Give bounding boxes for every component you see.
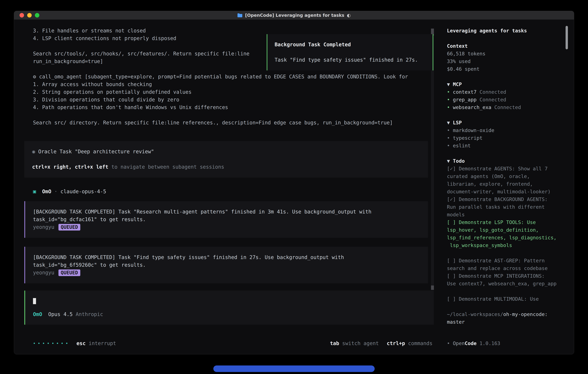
status-badge: QUEUED bbox=[58, 270, 80, 276]
bullet-icon: • bbox=[447, 104, 450, 110]
chevron-down-icon: ▼ bbox=[447, 158, 450, 164]
minimize-window-button[interactable] bbox=[27, 13, 32, 18]
log-line: 4. Path operations that don't handle Win… bbox=[24, 104, 441, 111]
message-author: yeongyu bbox=[33, 224, 54, 230]
message-text: [BACKGROUND TASK COMPLETED] Task "Resear… bbox=[33, 208, 420, 216]
tool-call-args: [subagent_type=explore, prompt=Find pote… bbox=[85, 74, 408, 80]
todo-item-active: [ ] Demonstrate LSP TOOLS: Use lsp_hover… bbox=[447, 218, 567, 249]
dock-indicator bbox=[213, 365, 375, 372]
window-title: [OpenCode] Leveraging agents for tasks bbox=[245, 13, 344, 18]
session-sidebar: Leveraging agents for tasks Context 66,5… bbox=[441, 20, 574, 354]
input-model-name: Opus 4.5 bbox=[48, 311, 73, 317]
todo-section-header[interactable]: ▼ Todo bbox=[447, 157, 567, 165]
todo-item: [✓] Demonstrate BACKGROUND AGENTS: Run p… bbox=[447, 196, 567, 218]
bullet-icon: • bbox=[447, 135, 450, 141]
bullet-icon: • bbox=[447, 127, 450, 133]
context-tokens: 66,518 tokens bbox=[447, 50, 567, 58]
message-meta: yeongyuQUEUED bbox=[33, 223, 420, 231]
message-author: yeongyu bbox=[33, 270, 54, 276]
record-icon: ◉ bbox=[32, 149, 35, 155]
status-badge: QUEUED bbox=[58, 224, 80, 230]
context-used: 33% used bbox=[447, 58, 567, 65]
folder-icon bbox=[237, 13, 242, 18]
toast-title: Background Task Completed bbox=[275, 41, 425, 48]
oracle-task-panel[interactable]: ◉ Oracle Task "Deep architecture review"… bbox=[24, 141, 428, 177]
todo-item: [ ] Demonstrate MCP INTEGRATIONS: Use co… bbox=[447, 272, 567, 288]
workspace-path: ~/local-workspaces/oh-my-opencode: maste… bbox=[447, 311, 567, 326]
message-meta: yeongyuQUEUED bbox=[33, 269, 420, 277]
context-header: Context bbox=[447, 42, 567, 50]
tool-call-name: call_omo_agent bbox=[39, 74, 82, 80]
main-scrollbar-thumb[interactable] bbox=[431, 285, 434, 290]
log-line: 1. Array access without bounds checking bbox=[24, 81, 441, 88]
lsp-item: • markdown-oxide bbox=[447, 126, 567, 134]
toast-body: Task "Find type safety issues" finished … bbox=[275, 56, 425, 64]
gear-icon: ⚙ bbox=[33, 74, 36, 80]
model-selector[interactable]: OmO Opus 4.5 Anthropic bbox=[33, 311, 426, 318]
message-text: task_id="bg_dcfac161" to get results. bbox=[33, 216, 420, 223]
todo-item: [ ] Demonstrate MULTIMODAL: Use bbox=[447, 295, 567, 303]
message-block: [BACKGROUND TASK COMPLETED] Task "Find t… bbox=[24, 247, 428, 283]
bullet-icon: • bbox=[447, 97, 450, 103]
message-text: task_id="bg_6f59260c" to get results. bbox=[33, 261, 420, 269]
chevron-down-icon: ▼ bbox=[447, 120, 450, 125]
lsp-item: • eslint bbox=[447, 142, 567, 150]
oracle-task-title: ◉ Oracle Task "Deep architecture review" bbox=[32, 148, 420, 156]
bullet-icon: • bbox=[447, 89, 450, 95]
agent-header: ▣ OmO · claude-opus-4-5 bbox=[24, 188, 441, 195]
input-provider-name: Anthropic bbox=[76, 311, 103, 317]
chevron-down-icon: ▼ bbox=[447, 82, 450, 87]
app-version: • OpenCode 1.0.163 bbox=[447, 340, 500, 347]
input-agent-name: OmO bbox=[33, 311, 42, 317]
todo-item: [ ] Demonstrate AST-GREP: Pattern search… bbox=[447, 257, 567, 272]
lsp-section-header[interactable]: ▼ LSP bbox=[447, 119, 567, 126]
mcp-section-header[interactable]: ▼ MCP bbox=[447, 81, 567, 88]
oracle-navigation-hint: ctrl+x right, ctrl+x left to navigate be… bbox=[32, 163, 420, 171]
input-line[interactable] bbox=[33, 297, 426, 305]
branch-name: master bbox=[447, 319, 465, 325]
spinner-dots-icon: •••••••• bbox=[33, 340, 70, 347]
traffic-lights bbox=[20, 11, 39, 20]
message-block: [BACKGROUND TASK COMPLETED] Task "Resear… bbox=[24, 201, 428, 238]
context-spent: $0.46 spent bbox=[447, 65, 567, 73]
text-cursor bbox=[33, 298, 36, 304]
session-title: Leveraging agents for tasks bbox=[447, 27, 567, 35]
todo-item: [✓] Demonstrate AGENTS: Show all 7 curat… bbox=[447, 165, 567, 196]
log-line: 3. Division operations that could divide… bbox=[24, 96, 441, 104]
status-bar: •••••••• esc interrupt tab switch agent … bbox=[33, 340, 432, 347]
terminal-window: [OpenCode] Leveraging agents for tasks ◐… bbox=[14, 11, 574, 354]
lsp-item: • typescript bbox=[447, 134, 567, 142]
bullet-icon: • bbox=[447, 143, 450, 148]
bullet-icon: • bbox=[447, 341, 450, 346]
tool-call-line: ⚙ call_omo_agent [subagent_type=explore,… bbox=[24, 73, 441, 81]
agent-icon: ▣ bbox=[33, 189, 36, 194]
sidebar-scrollbar-thumb[interactable] bbox=[566, 26, 568, 49]
zoom-window-button[interactable] bbox=[35, 13, 39, 18]
mcp-item: • context7 Connected bbox=[447, 88, 567, 96]
ctrlp-key-hint: ctrl+p bbox=[387, 340, 405, 347]
window-titlebar[interactable]: [OpenCode] Leveraging agents for tasks ◐ bbox=[14, 11, 574, 20]
background-task-toast: Background Task Completed Task "Find typ… bbox=[267, 34, 433, 71]
conversation-pane[interactable]: 3. File handles or streams not closed 4.… bbox=[14, 20, 441, 354]
log-line: 3. File handles or streams not closed bbox=[24, 27, 441, 35]
tab-key-hint: tab bbox=[330, 340, 339, 347]
title-spinner-icon: ◐ bbox=[347, 13, 351, 18]
log-line: 2. String operations on potentially unde… bbox=[24, 88, 441, 96]
prompt-input[interactable]: OmO Opus 4.5 Anthropic bbox=[24, 291, 434, 325]
mcp-item: • websearch_exa Connected bbox=[447, 104, 567, 111]
agent-name: OmO bbox=[42, 189, 51, 194]
close-window-button[interactable] bbox=[20, 13, 24, 18]
esc-key-hint: esc bbox=[76, 340, 86, 347]
agent-model: claude-opus-4-5 bbox=[61, 189, 106, 194]
mcp-item: • grep_app Connected bbox=[447, 96, 567, 104]
message-text: [BACKGROUND TASK COMPLETED] Task "Find t… bbox=[33, 254, 420, 261]
log-line: Search src/ directory. Return specific f… bbox=[24, 119, 441, 126]
